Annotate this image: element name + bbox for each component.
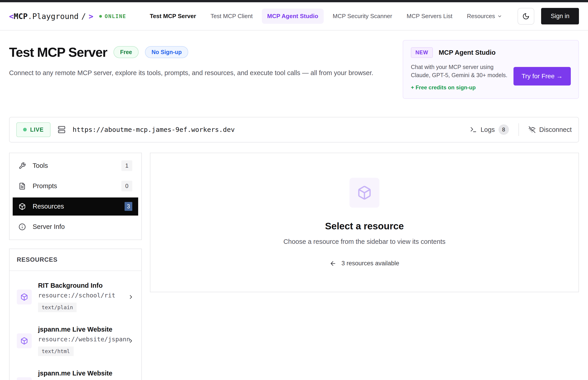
resource-list-item[interactable]: jspann.me Live Website resource://websit… [13,320,138,362]
connection-actions: Logs 8 Disconnect [470,123,572,136]
main-content: Tools 1 Prompts 0 Resources 3 Server Inf… [0,143,588,380]
resource-mime-badge: text/html [38,346,74,356]
nav-mcp-servers-list[interactable]: MCP Servers List [401,9,458,24]
empty-state: Select a resource Choose a resource from… [283,178,445,267]
resource-icon-container [17,377,32,380]
resource-title: jspann.me Live Website [38,326,121,333]
server-url: https://aboutme-mcp.james-9ef.workers.de… [73,126,235,133]
sidebar-item-prompts[interactable]: Prompts 0 [13,177,138,195]
page-subtitle: Connect to any remote MCP server, explor… [9,69,403,77]
logs-count-badge: 8 [499,124,509,135]
logo-mcp: MCP [14,12,27,21]
nav-mcp-security-scanner[interactable]: MCP Security Scanner [327,9,398,24]
sidebar-item-label: Tools [33,162,48,170]
logo-bracket-right: > [89,12,93,21]
logs-button[interactable]: Logs 8 [470,124,509,135]
box-icon [19,203,26,210]
live-status-badge: LIVE [16,122,50,137]
nav-test-mcp-server[interactable]: Test MCP Server [144,9,201,24]
resource-info: jspann.me Live Website resource://websit… [38,326,121,356]
theme-toggle-button[interactable] [518,8,534,25]
disconnect-label: Disconnect [539,126,572,133]
promo-description: Chat with your MCP server using Claude, … [411,63,513,79]
chevron-down-icon [497,14,502,19]
logo-slash: / [81,12,86,21]
online-dot-icon [99,15,102,18]
online-status-label: ONLINE [105,13,126,19]
resource-icon-container [17,333,32,348]
capability-nav-panel: Tools 1 Prompts 0 Resources 3 Server Inf… [9,153,142,240]
chevron-right-icon [128,338,134,344]
nav-test-mcp-client[interactable]: Test MCP Client [205,9,258,24]
resource-mime-badge: text/plain [38,303,77,312]
resource-info: RIT Background Info resource://school/ri… [38,282,115,312]
sidebar-column: Tools 1 Prompts 0 Resources 3 Server Inf… [9,153,142,380]
sidebar-item-tools[interactable]: Tools 1 [13,157,138,175]
promo-text-column: Chat with your MCP server using Claude, … [411,63,513,91]
resources-count-badge: 3 [125,202,132,211]
info-icon [19,223,26,230]
hero-section: Test MCP Server Free No Sign-up Connect … [0,31,588,99]
resource-icon-container [17,289,32,304]
tools-count-badge: 1 [121,160,132,171]
resources-available-hint: 3 resources available [330,260,399,267]
online-status: ONLINE [99,13,126,19]
resources-panel-header: RESOURCES [10,249,141,271]
live-status-label: LIVE [30,126,44,133]
promo-credits: + Free credits on sign-up [411,84,513,91]
hero-text-block: Test MCP Server Free No Sign-up Connect … [9,40,403,77]
resources-list: RIT Background Info resource://school/ri… [10,271,141,380]
wrench-icon [19,162,26,170]
prompts-count-badge: 0 [121,181,132,191]
logo-dot: . [28,12,32,21]
agent-studio-promo-card: NEW MCP Agent Studio Chat with your MCP … [403,40,579,99]
empty-state-icon-container [350,178,379,208]
box-icon [21,337,28,345]
chevron-right-icon [128,294,134,300]
sidebar-item-label: Server Info [33,223,65,230]
site-header: <MCP.Playground/> ONLINE Test MCP Server… [0,2,588,31]
free-badge: Free [113,46,139,58]
resource-info: jspann.me Live Website resource://websit… [38,370,121,380]
empty-state-title: Select a resource [325,221,404,232]
box-icon [357,185,372,200]
sign-in-button[interactable]: Sign in [541,8,579,24]
server-icon [58,126,65,133]
terminal-icon [470,126,477,133]
logo[interactable]: <MCP.Playground/> ONLINE [9,12,126,21]
resources-available-label: 3 resources available [341,260,399,267]
resources-panel: RESOURCES RIT Background Info resource:/… [9,248,142,380]
vertical-divider [519,123,519,136]
header-actions: Sign in [518,8,579,25]
sidebar-item-label: Resources [33,203,64,210]
try-for-free-button[interactable]: Try for Free → [513,67,571,85]
resource-title: jspann.me Live Website [38,370,121,377]
box-icon [21,293,28,301]
disconnect-button[interactable]: Disconnect [528,126,572,133]
primary-nav: Test MCP Server Test MCP Client MCP Agen… [144,9,508,24]
logo-bracket-left: < [9,12,14,21]
wifi-off-icon [528,126,536,133]
arrow-left-icon [330,260,336,267]
resource-title: RIT Background Info [38,282,115,289]
resource-list-item[interactable]: jspann.me Live Website resource://websit… [13,364,138,380]
empty-state-subtitle: Choose a resource from the sidebar to vi… [283,238,445,246]
promo-title: MCP Agent Studio [439,49,496,56]
file-text-icon [19,183,26,190]
resource-uri: resource://website/jspann [38,336,121,343]
title-row: Test MCP Server Free No Sign-up [9,45,403,60]
logo-playground: Playground [32,12,79,21]
sidebar-item-server-info[interactable]: Server Info [13,218,138,236]
resource-detail-panel: Select a resource Choose a resource from… [150,153,579,292]
nav-resources-label: Resources [467,13,495,20]
sidebar-item-label: Prompts [33,182,57,190]
resource-list-item[interactable]: RIT Background Info resource://school/ri… [13,276,138,318]
promo-header: NEW MCP Agent Studio [411,47,571,58]
new-badge: NEW [411,47,433,58]
sidebar-item-resources[interactable]: Resources 3 [13,197,138,216]
logs-label: Logs [481,126,495,133]
live-dot-icon [23,128,27,132]
nav-resources-dropdown[interactable]: Resources [462,9,508,24]
nav-mcp-agent-studio[interactable]: MCP Agent Studio [262,9,324,24]
top-accent-bar [0,0,588,2]
